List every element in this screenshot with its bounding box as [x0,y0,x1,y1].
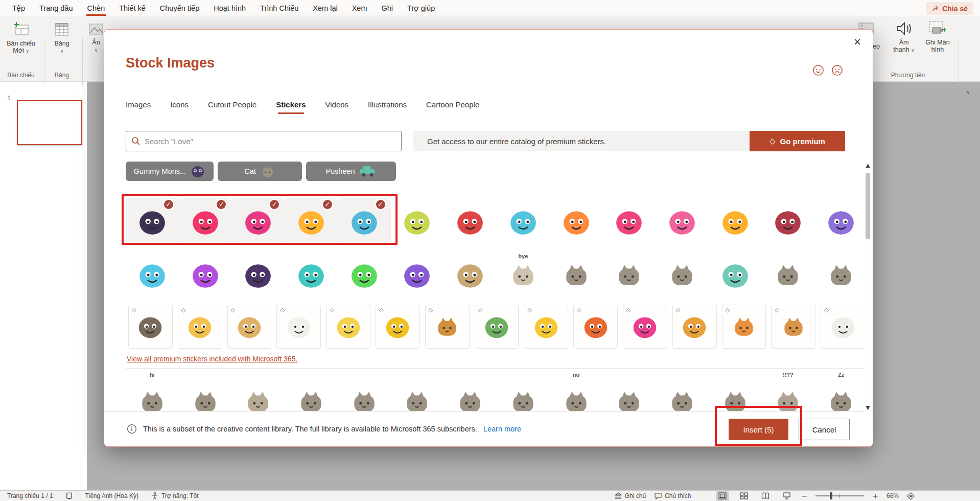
sticker-purple-octopus[interactable] [179,252,232,299]
close-icon[interactable]: × [853,36,861,47]
view-normal-button[interactable] [716,491,729,501]
collapse-ribbon-icon[interactable]: ∧ [966,89,970,96]
tab-stickers[interactable]: Stickers [276,100,306,114]
sticker-yellow-hand[interactable]: ◇ [524,305,568,349]
sticker-pusheen-phone[interactable] [709,370,762,412]
tab-cartoon-people[interactable]: Cartoon People [426,100,479,114]
sticker-stretching-cat[interactable]: ◇ [425,305,470,349]
sticker-pusheen-heart[interactable] [338,370,391,412]
scroll-down-icon[interactable]: ▼ [866,404,870,412]
menu-item-trợ-giúp[interactable]: Trợ giúp [400,0,442,16]
menu-item-tệp[interactable]: Tệp [5,0,32,16]
frown-feedback-icon[interactable] [831,64,843,76]
sticker-bee[interactable]: ◇ [376,305,420,349]
menu-item-hoạt-hình[interactable]: Hoạt hình [206,0,253,16]
menu-item-trình-chiếu[interactable]: Trình Chiếu [253,0,306,16]
sticker-hotdog[interactable]: ◇ [672,305,717,349]
tab-videos[interactable]: Videos [325,100,349,114]
sticker-alarm-clock[interactable]: ◇ [821,305,865,349]
sticker-heart-monster[interactable]: ✓ [179,198,232,245]
sticker-party-cone[interactable] [709,198,762,245]
sticker-pusheen-loaf[interactable] [497,370,550,412]
new-slide-button[interactable]: Bản chiếu Mới ∨ [4,21,38,54]
tab-icons[interactable]: Icons [170,100,189,114]
tab-cutout-people[interactable]: Cutout People [208,100,256,114]
chip-pusheen[interactable]: Pusheen [306,162,396,181]
scrollbar-track[interactable] [864,170,872,404]
sticker-rainbow-cry[interactable] [814,198,868,245]
sticker-potted-plant[interactable]: ◇ [475,305,519,349]
sticker-shocked-pink[interactable] [656,198,709,245]
scrollbar-thumb[interactable] [866,173,870,239]
scroll-up-icon[interactable]: ▲ [866,162,870,170]
sticker-gold-stars[interactable]: ◇ [326,305,370,349]
sticker-vomit-face[interactable] [444,198,497,245]
menu-item-chuyển-tiếp[interactable]: Chuyển tiếp [153,0,206,16]
sticker-no-pusheen[interactable]: no [550,370,603,412]
sticker-hand-wave[interactable]: ✓ [285,198,338,245]
sticker-sad-blob[interactable] [391,198,444,245]
sticker-laughing-heart[interactable] [602,198,656,245]
view-slideshow-button[interactable] [780,491,794,501]
sticker-flower-smile[interactable]: ✓ [231,198,285,245]
zoom-out-button[interactable]: − [802,492,808,500]
sticker-pusheen-pile[interactable] [285,370,338,412]
spellcheck-icon[interactable] [65,492,73,500]
menu-item-xem-lại[interactable]: Xem lại [306,0,344,16]
sticker-pusheen-walking[interactable] [179,370,232,412]
sticker-fox[interactable]: ◇ [573,305,618,349]
zoom-in-button[interactable]: + [872,492,878,500]
sticker-pusheen-popcorn[interactable] [656,370,709,412]
language-status[interactable]: Tiếng Anh (Hoa Kỳ) [85,492,138,499]
sticker-cat-in-box[interactable] [444,252,497,299]
sticker-bye-flying-cat[interactable]: bye [497,252,550,299]
smile-feedback-icon[interactable] [812,64,824,76]
notes-button[interactable]: Ghi chú [614,492,646,499]
sticker-angry-bomb[interactable]: ✓ [126,198,179,245]
sticker-pusheen-looking[interactable] [391,370,444,412]
learn-more-link[interactable]: Learn more [483,425,521,433]
slide-thumbnail[interactable] [17,100,82,145]
fit-to-window-icon[interactable] [907,492,915,500]
sticker-many-eyes-monster[interactable] [126,252,179,299]
sticker-teal-unicorn[interactable] [285,252,338,299]
chip-cat[interactable]: Cat [218,162,302,181]
tab-illustrations[interactable]: Illustrations [368,100,407,114]
sticker-surprised-cat[interactable]: !!?? [762,370,815,412]
sticker-maroon-blob[interactable] [762,198,815,245]
sticker-pusheen-bow[interactable] [814,252,868,299]
view-sorter-button[interactable] [737,491,751,501]
sticker-hi-pusheen[interactable]: hi [126,370,179,412]
insert-button[interactable]: Insert (5) [729,419,788,440]
menu-item-chèn[interactable]: Chèn [80,0,112,16]
sticker-pusheen-laptop[interactable] [231,370,285,412]
picture-button[interactable]: Ản ∨ [86,21,106,53]
menu-item-xem[interactable]: Xem [345,0,375,16]
sticker-sleeping-blob[interactable] [391,252,444,299]
sticker-surprised-orange-cat[interactable]: ◇ [722,305,766,349]
view-reading-button[interactable] [759,491,772,501]
sticker-cat-with-ball[interactable]: ◇ [771,305,815,349]
go-premium-button[interactable]: ◇ Go premium [750,131,845,151]
audio-button[interactable]: Âm thanh ∨ [888,20,920,53]
chip-gummy-mons-[interactable]: Gummy Mons... [126,162,214,181]
sticker-pusheen-snack[interactable] [550,252,603,299]
zoom-slider[interactable] [815,495,864,496]
cancel-button[interactable]: Cancel [799,419,850,440]
sticker-green-confetti-blob[interactable] [338,252,391,299]
sticker-pusheen-cool[interactable] [444,370,497,412]
view-all-premium-link[interactable]: View all premium stickers included with … [127,355,297,363]
tab-images[interactable]: Images [126,100,151,114]
sticker-heart-eyes-cloud[interactable] [550,198,603,245]
sticker-pusheen-car[interactable] [709,252,762,299]
sticker-box-monster[interactable] [231,252,285,299]
slide-indicator[interactable]: Trang chiếu 1 / 1 [7,492,53,499]
zoom-level[interactable]: 66% [886,492,899,499]
sticker-holiday-chicken[interactable]: ◇ [276,305,321,349]
sticker-pusheen-crying[interactable] [602,252,656,299]
search-input[interactable] [145,137,396,146]
menu-item-thiết-kế[interactable]: Thiết kế [112,0,153,16]
share-button[interactable]: Chia sẻ [926,2,973,15]
table-button[interactable]: Bảng ∨ [47,21,77,54]
sticker-pusheen-sitting[interactable] [762,252,815,299]
